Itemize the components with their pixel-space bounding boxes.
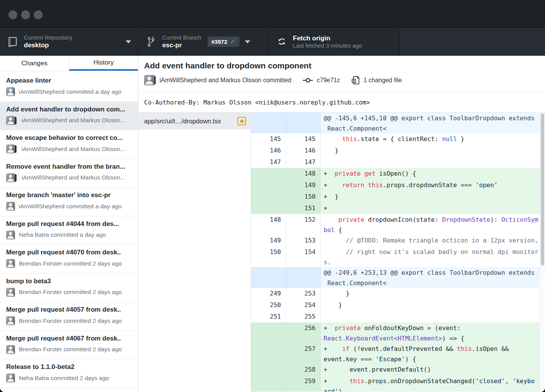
commit-item-byline: iAmWillShepherd and Markus Olsson... <box>6 173 133 182</box>
diff-row-add: 149+ return this.props.dropdownState ===… <box>251 179 545 191</box>
git-branch-icon <box>146 37 156 47</box>
old-line-number <box>251 168 286 179</box>
diff-row-hunk: @@ -249,6 +253,13 @@ export class Toolba… <box>251 267 545 288</box>
diff-code: + } <box>321 191 545 203</box>
old-line-number <box>251 191 286 203</box>
toolbar-empty-area <box>400 28 545 56</box>
diff-row-ctx: 146146 } <box>251 145 545 156</box>
commit-detail-panel: Add event handler to dropdown component … <box>139 56 545 392</box>
commit-item-byline: Brendan Forster committed 2 days ago <box>6 259 133 268</box>
commit-item[interactable]: Remove event handler from the bran...iAm… <box>0 159 138 188</box>
minimize-window-button[interactable] <box>21 10 30 19</box>
scrollbar-thumb[interactable] <box>541 113 544 266</box>
new-line-number <box>286 113 321 133</box>
commit-item[interactable]: Merge pull request #4067 from desk..Bren… <box>0 331 138 360</box>
old-line-number <box>251 203 286 214</box>
commit-sha[interactable]: c79e71c <box>317 77 340 84</box>
tab-changes[interactable]: Changes <box>0 56 69 71</box>
commit-list: Appease linteriAmWillShepherd committed … <box>0 71 138 392</box>
commit-authors: iAmWillShepherd and Markus Olsson commit… <box>160 77 291 84</box>
old-line-number: 146 <box>251 145 286 156</box>
avatar <box>6 288 15 297</box>
fetch-origin-button[interactable]: Fetch origin Last fetched 3 minutes ago <box>269 28 400 56</box>
new-line-number: 153 <box>286 235 321 246</box>
old-line-number <box>251 322 286 343</box>
commit-item-title: Merge pull request #4057 from desk.. <box>6 306 133 314</box>
commit-item[interactable]: Merge branch 'master' into esc-priAmWill… <box>0 188 138 216</box>
file-list-item[interactable]: app/src/ui/t…/dropdown.tsx <box>139 113 251 130</box>
commit-item-title: Merge pull request #4067 from desk.. <box>6 335 133 342</box>
fetch-sublabel: Last fetched 3 minutes ago <box>293 42 362 50</box>
current-branch-button[interactable]: Current Branch esc-pr #3972 ✓ <box>138 28 269 56</box>
chevron-down-icon <box>126 40 131 43</box>
diff-view: @@ -145,6 +145,10 @@ export class Toolba… <box>251 113 545 392</box>
commit-item[interactable]: Merge pull request #4070 from desk..Bren… <box>0 245 138 274</box>
commit-item-title: bump to beta3 <box>6 277 133 285</box>
branch-name: esc-pr <box>162 41 201 49</box>
avatar <box>6 345 15 354</box>
new-line-number: 149 <box>286 179 321 191</box>
avatar <box>6 316 15 325</box>
diff-code: + if (!event.defaultPrevented && this.is… <box>321 343 545 364</box>
new-line-number: 145 <box>286 133 321 145</box>
commit-summary-title: Add event handler to dropdown component <box>144 61 545 70</box>
changed-files-count: 1 changed file <box>364 77 402 84</box>
commit-item[interactable]: Merge pull request #4072 from des... <box>0 388 138 392</box>
commit-item[interactable]: Add event handler to dropdown com...iAmW… <box>0 102 138 131</box>
old-line-number <box>251 113 286 133</box>
diff-code: + event.preventDefault() <box>321 364 545 375</box>
new-line-number: 253 <box>286 288 321 299</box>
commit-item[interactable]: Appease linteriAmWillShepherd committed … <box>0 73 138 102</box>
repository-label: Current Repository <box>24 34 72 42</box>
diff-code: private dropdownIcon(state: DropdownStat… <box>321 214 545 235</box>
diff-scrollbar[interactable] <box>540 113 545 392</box>
diff-code: } <box>321 299 545 311</box>
commit-item[interactable]: bump to beta3Brendan Forster committed 2… <box>0 274 138 302</box>
repository-name: desktop <box>24 41 72 49</box>
old-line-number: 250 <box>251 299 286 311</box>
commit-item-byline: Brendan Forster committed 2 days ago <box>6 316 133 325</box>
commit-item[interactable]: Release to 1.1.0-beta2Neha Batra committ… <box>0 359 138 388</box>
new-line-number: 254 <box>286 299 321 311</box>
diff-row-ctx: 145145 this.state = { clientRect: null } <box>251 133 545 145</box>
close-window-button[interactable] <box>8 10 17 19</box>
commit-item-byline: iAmWillShepherd committed a day ago <box>6 202 133 211</box>
changed-file-icon <box>352 76 360 85</box>
old-line-number: 148 <box>251 214 286 235</box>
diff-code: // @TODO: Remake triangle octicon in a 1… <box>321 235 545 246</box>
new-line-number: 255 <box>286 311 321 322</box>
avatar <box>6 116 18 125</box>
repo-icon <box>8 37 18 47</box>
commit-item-title: Merge pull request #4044 from des... <box>6 220 133 228</box>
new-line-number: 150 <box>286 191 321 203</box>
old-line-number: 251 <box>251 311 286 322</box>
diff-row-add: 257+ if (!event.defaultPrevented && this… <box>251 343 545 364</box>
diff-row-add: 259+ this.props.onDropdownStateChanged('… <box>251 375 545 392</box>
old-line-number <box>251 343 286 364</box>
current-repository-button[interactable]: Current Repository desktop <box>0 28 138 56</box>
fetch-label: Fetch origin <box>293 34 362 42</box>
diff-code <box>321 311 545 322</box>
avatar <box>6 231 15 239</box>
zoom-window-button[interactable] <box>34 10 43 19</box>
commit-item-byline: Neha Batra committed 2 days ago <box>6 374 133 382</box>
sync-icon <box>277 37 287 47</box>
diff-row-add: 256+ private onFoldoutKeyDown = (event:R… <box>251 322 545 343</box>
commit-item[interactable]: Merge pull request #4057 from desk..Bren… <box>0 302 138 331</box>
commit-item[interactable]: Move escape behavior to correct co...iAm… <box>0 130 138 159</box>
toolbar: Current Repository desktop Current Branc… <box>0 27 545 56</box>
avatar <box>6 173 18 182</box>
commit-item-title: Release to 1.1.0-beta2 <box>6 363 133 371</box>
diff-row-add: 151+ <box>251 203 545 214</box>
tab-history[interactable]: History <box>69 56 138 71</box>
branch-label: Current Branch <box>162 34 201 42</box>
old-line-number: 145 <box>251 133 286 145</box>
commit-item-byline: Neha Batra committed a day ago <box>6 231 133 239</box>
diff-code: @@ -249,6 +253,13 @@ export class Toolba… <box>321 267 545 288</box>
commit-item-title: Merge branch 'master' into esc-pr <box>6 191 133 199</box>
diff-row-ctx: 147147 <box>251 156 545 168</box>
titlebar <box>0 0 545 27</box>
commit-item[interactable]: Merge pull request #4044 from des...Neha… <box>0 216 138 245</box>
commit-item-title: Add event handler to dropdown com... <box>6 106 133 113</box>
avatar <box>6 202 15 211</box>
